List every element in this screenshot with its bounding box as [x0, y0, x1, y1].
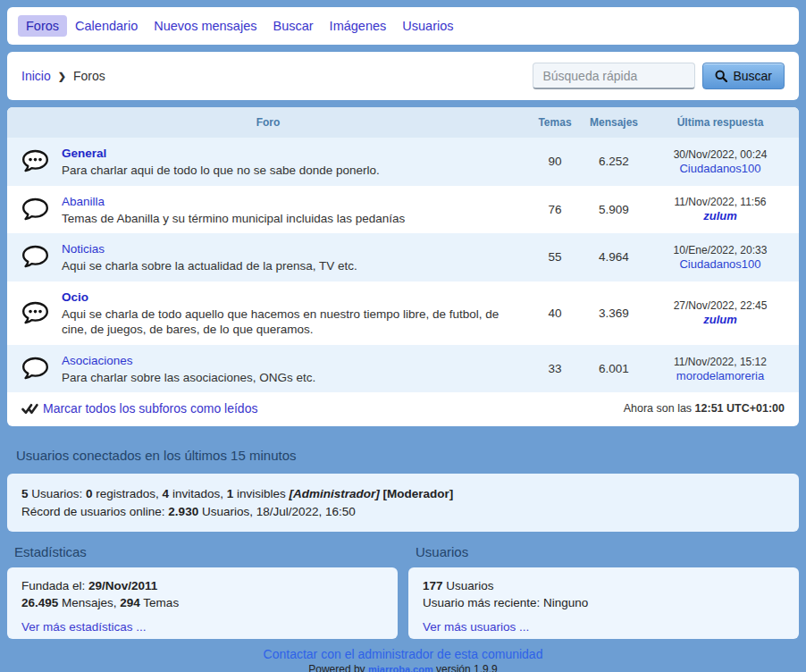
header-temas: Temas [529, 116, 581, 129]
users-heading: Usuarios [408, 532, 799, 567]
search-button[interactable]: Buscar [702, 63, 785, 89]
contact-admin-link[interactable]: Contactar con el administrador de esta c… [7, 647, 799, 661]
messages-count: 3.369 [581, 307, 647, 320]
mark-all-read-label: Marcar todos los subforos como leídos [43, 401, 257, 416]
header-mensajes: Mensajes [581, 116, 647, 129]
last-reply-date: 10/Ene/2022, 20:33 [647, 244, 793, 256]
users-count-line: 177 Usuarios [423, 578, 785, 594]
powered-by-line: Powered by miarroba.com versión 1.9.9 [7, 663, 799, 672]
recent-user-line: Usuario más reciente: Ninguno [423, 595, 785, 611]
messages-count: 6.252 [581, 155, 647, 168]
forum-link-noticias[interactable]: Noticias [62, 242, 105, 256]
last-reply-user-link[interactable]: morodelamoreria [647, 369, 793, 382]
forum-description: Temas de Abanilla y su término municipal… [62, 211, 405, 227]
chevron-right-icon: ❯ [58, 71, 66, 82]
messages-count: 6.001 [581, 362, 647, 375]
more-users-link[interactable]: Ver más usuarios ... [423, 619, 529, 635]
forum-table-footer: Marcar todos los subforos como leídos Ah… [7, 392, 799, 426]
header-ultima-respuesta: Última respuesta [647, 116, 799, 129]
forum-link-ocio[interactable]: Ocio [62, 290, 88, 304]
forum-link-general[interactable]: General [62, 147, 106, 160]
users-column: Usuarios 177 Usuarios Usuario más recien… [408, 532, 799, 639]
nav-item-foros[interactable]: Foros [18, 15, 67, 37]
top-navbar: Foros Calendario Nuevos mensajes Buscar … [7, 7, 799, 45]
search-button-label: Buscar [733, 69, 772, 83]
bottom-panels: Estadísticas Fundada el: 29/Nov/2011 26.… [7, 532, 799, 639]
statistics-panel: Fundada el: 29/Nov/2011 26.495 Mensajes,… [7, 567, 398, 639]
totals-line: 26.495 Mensajes, 294 Temas [21, 595, 383, 611]
breadcrumb: Inicio ❯ Foros [21, 69, 105, 83]
table-row-general: General Para charlar aqui de todo lo que… [7, 138, 799, 186]
nav-item-usuarios[interactable]: Usuarios [394, 15, 461, 37]
forum-description: Para charlar aqui de todo lo que no se s… [62, 163, 380, 179]
more-statistics-link[interactable]: Ver más estadísticas ... [21, 619, 147, 635]
messages-count: 5.909 [581, 203, 647, 216]
nav-item-nuevos-mensajes[interactable]: Nuevos mensajes [146, 15, 264, 37]
topics-count: 33 [529, 362, 581, 375]
founded-line: Fundada el: 29/Nov/2011 [21, 578, 383, 594]
breadcrumb-home-link[interactable]: Inicio [21, 69, 51, 83]
page: Foros Calendario Nuevos mensajes Buscar … [0, 0, 806, 672]
breadcrumb-current: Foros [73, 69, 105, 83]
online-users-heading: Usuarios conectados en los últimos 15 mi… [7, 433, 799, 474]
forum-link-abanilla[interactable]: Abanilla [62, 195, 105, 208]
speech-bubble-icon [21, 245, 49, 269]
mark-all-read-link[interactable]: Marcar todos los subforos como leídos [21, 401, 257, 416]
topics-count: 40 [529, 307, 581, 320]
topics-count: 90 [529, 155, 581, 168]
forum-table: Foro Temas Mensajes Última respuesta Gen… [7, 107, 799, 426]
nav-item-calendario[interactable]: Calendario [67, 15, 146, 37]
quick-search: Buscar [533, 63, 785, 89]
forum-description: Para charlar sobre las asociaciones, ONG… [62, 370, 315, 386]
last-reply-user-link[interactable]: zulum [647, 209, 793, 223]
table-row-abanilla: Abanilla Temas de Abanilla y su término … [7, 186, 799, 234]
forum-description: Aqui se charla sobre la actualidad de la… [62, 258, 357, 274]
online-users-panel: 5 Usuarios: 0 registrados, 4 invitados, … [7, 474, 799, 532]
forum-description: Aqui se charla de todo aquello que hacem… [62, 307, 520, 338]
table-row-noticias: Noticias Aqui se charla sobre la actuali… [7, 233, 799, 281]
speech-bubble-unread-icon [21, 301, 49, 325]
topics-count: 76 [529, 203, 581, 216]
current-time-text: Ahora son las 12:51 UTC+01:00 [624, 402, 785, 415]
search-icon [715, 70, 727, 82]
forum-link-asociaciones[interactable]: Asociaciones [62, 354, 133, 367]
last-reply-user-link[interactable]: Ciudadanos100 [647, 257, 793, 271]
nav-item-buscar[interactable]: Buscar [264, 15, 321, 37]
forum-table-header: Foro Temas Mensajes Última respuesta [7, 107, 799, 138]
topics-count: 55 [529, 250, 581, 264]
current-time-value: 12:51 UTC+01:00 [695, 402, 785, 415]
last-reply-user-link[interactable]: Ciudadanos100 [647, 162, 793, 175]
last-reply-date: 30/Nov/2022, 00:24 [647, 148, 793, 161]
last-reply-date: 27/Nov/2022, 22:45 [647, 299, 793, 312]
online-record-line: Récord de usuarios online: 2.930 Usuario… [21, 503, 785, 521]
last-reply-date: 11/Nov/2022, 15:12 [647, 356, 793, 368]
table-row-ocio: Ocio Aqui se charla de todo aquello que … [7, 281, 799, 345]
online-users-line: 5 Usuarios: 0 registrados, 4 invitados, … [21, 485, 785, 503]
speech-bubble-unread-icon [21, 149, 49, 173]
administrator-tag: [Administrador] [289, 487, 379, 500]
speech-bubble-icon [21, 197, 49, 222]
moderator-tag: [Moderador] [382, 487, 453, 500]
search-input[interactable] [533, 63, 695, 89]
nav-item-imagenes[interactable]: Imágenes [322, 15, 395, 37]
messages-count: 4.964 [581, 250, 647, 264]
last-reply-date: 11/Nov/2022, 11:56 [647, 196, 793, 208]
speech-bubble-icon [21, 357, 49, 381]
miarroba-link[interactable]: miarroba.com [368, 664, 433, 672]
page-footer: Contactar con el administrador de esta c… [7, 647, 799, 672]
last-reply-user-link[interactable]: zulum [647, 313, 793, 326]
statistics-column: Estadísticas Fundada el: 29/Nov/2011 26.… [7, 532, 398, 639]
breadcrumb-bar: Inicio ❯ Foros Buscar [7, 52, 799, 100]
double-check-icon [21, 402, 38, 416]
statistics-heading: Estadísticas [7, 532, 398, 567]
header-forum: Foro [7, 116, 529, 129]
table-row-asociaciones: Asociaciones Para charlar sobre las asoc… [7, 345, 799, 393]
users-panel: 177 Usuarios Usuario más reciente: Ningu… [408, 567, 799, 639]
